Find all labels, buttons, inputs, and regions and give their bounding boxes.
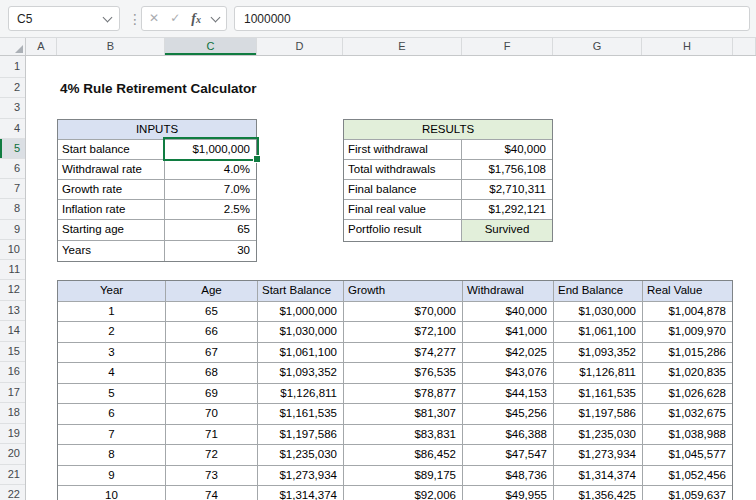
row-header-8[interactable]: 8 (0, 199, 25, 219)
data-cell[interactable]: $1,015,286 (643, 343, 732, 363)
data-cell[interactable]: $1,235,030 (554, 425, 643, 445)
column-header-cell[interactable]: Start Balance (258, 281, 344, 301)
data-cell[interactable]: $1,161,535 (258, 404, 344, 424)
data-cell[interactable]: 74 (166, 486, 258, 500)
column-header-partial[interactable] (733, 38, 756, 55)
chevron-down-icon[interactable] (103, 12, 113, 22)
label-cell[interactable]: Final balance (344, 180, 462, 199)
data-cell[interactable]: 7 (58, 425, 166, 445)
data-cell[interactable]: $1,030,000 (554, 302, 643, 322)
row-header-17[interactable]: 17 (0, 383, 25, 404)
row-header-7[interactable]: 7 (0, 179, 25, 199)
value-cell[interactable]: $1,756,108 (462, 160, 552, 179)
data-cell[interactable]: $43,076 (463, 363, 554, 383)
data-cell[interactable]: $1,059,637 (643, 486, 732, 500)
data-cell[interactable]: $46,388 (463, 425, 554, 445)
column-header-B[interactable]: B (57, 38, 165, 55)
data-cell[interactable]: 5 (58, 384, 166, 404)
data-cell[interactable]: 65 (166, 302, 258, 322)
data-cell[interactable]: 3 (58, 343, 166, 363)
chevron-down-icon[interactable] (211, 12, 221, 22)
row-header-20[interactable]: 20 (0, 444, 25, 465)
formula-input[interactable]: 1000000 (234, 6, 750, 31)
data-cell[interactable]: $45,256 (463, 404, 554, 424)
data-cell[interactable]: $1,314,374 (554, 466, 643, 486)
row-header-21[interactable]: 21 (0, 465, 25, 486)
label-cell[interactable]: Withdrawal rate (58, 160, 165, 179)
data-cell[interactable]: $1,273,934 (258, 466, 344, 486)
row-header-12[interactable]: 12 (0, 280, 25, 301)
data-cell[interactable]: 67 (166, 343, 258, 363)
row-header-1[interactable]: 1 (0, 56, 25, 78)
data-cell[interactable]: $1,197,586 (258, 425, 344, 445)
row-header-9[interactable]: 9 (0, 220, 25, 240)
column-header-A[interactable]: A (26, 38, 57, 55)
data-cell[interactable]: 2 (58, 322, 166, 342)
data-cell[interactable]: $1,126,811 (258, 384, 344, 404)
data-cell[interactable]: $78,877 (344, 384, 463, 404)
sheet-title-cell[interactable]: 4% Rule Retirement Calculator (60, 78, 257, 99)
row-header-19[interactable]: 19 (0, 424, 25, 445)
row-header-13[interactable]: 13 (0, 301, 25, 322)
row-header-3[interactable]: 3 (0, 98, 25, 118)
data-cell[interactable]: $76,535 (344, 363, 463, 383)
data-cell[interactable]: $1,126,811 (554, 363, 643, 383)
data-cell[interactable]: 8 (58, 445, 166, 465)
data-cell[interactable]: $1,061,100 (554, 322, 643, 342)
value-cell[interactable]: 30 (165, 241, 256, 261)
label-cell[interactable]: Inflation rate (58, 200, 165, 219)
row-header-22[interactable]: 22 (0, 485, 25, 500)
column-header-G[interactable]: G (553, 38, 642, 55)
row-header-6[interactable]: 6 (0, 159, 25, 179)
column-header-F[interactable]: F (462, 38, 553, 55)
insert-function-icon[interactable]: fx (191, 7, 201, 31)
data-cell[interactable]: $1,045,577 (643, 445, 732, 465)
data-cell[interactable]: $83,831 (344, 425, 463, 445)
value-cell[interactable]: 7.0% (165, 180, 256, 199)
label-cell[interactable]: Total withdrawals (344, 160, 462, 179)
data-cell[interactable]: 66 (166, 322, 258, 342)
data-cell[interactable]: $1,009,970 (643, 322, 732, 342)
data-cell[interactable]: $1,032,675 (643, 404, 732, 424)
enter-icon[interactable]: ✓ (170, 7, 180, 30)
label-cell[interactable]: Growth rate (58, 180, 165, 199)
column-header-cell[interactable]: Age (166, 281, 258, 301)
table-header-cell[interactable]: INPUTS (58, 120, 256, 139)
column-header-H[interactable]: H (642, 38, 733, 55)
label-cell[interactable]: Final real value (344, 200, 462, 219)
label-cell[interactable]: Portfolio result (344, 220, 462, 240)
data-cell[interactable]: 72 (166, 445, 258, 465)
data-cell[interactable]: $1,026,628 (643, 384, 732, 404)
data-cell[interactable]: $40,000 (463, 302, 554, 322)
data-cell[interactable]: $1,093,352 (554, 343, 643, 363)
row-header-10[interactable]: 10 (0, 240, 25, 260)
column-header-D[interactable]: D (257, 38, 343, 55)
label-cell[interactable]: Start balance (58, 140, 165, 159)
value-cell[interactable]: 4.0% (165, 160, 256, 179)
data-cell[interactable]: $1,004,878 (643, 302, 732, 322)
data-cell[interactable]: $86,452 (344, 445, 463, 465)
data-cell[interactable]: $1,356,425 (554, 486, 643, 500)
row-header-11[interactable]: 11 (0, 260, 25, 280)
data-cell[interactable]: $92,006 (344, 486, 463, 500)
label-cell[interactable]: Years (58, 241, 165, 261)
data-cell[interactable]: $72,100 (344, 322, 463, 342)
value-cell[interactable]: 65 (165, 220, 256, 239)
label-cell[interactable]: Starting age (58, 220, 165, 239)
name-box[interactable]: C5 (8, 6, 120, 31)
row-header-5[interactable]: 5 (0, 139, 25, 159)
data-cell[interactable]: $1,038,988 (643, 425, 732, 445)
data-cell[interactable]: $1,061,100 (258, 343, 344, 363)
data-cell[interactable]: $1,020,835 (643, 363, 732, 383)
row-header-14[interactable]: 14 (0, 321, 25, 342)
data-cell[interactable]: 6 (58, 404, 166, 424)
data-cell[interactable]: $1,030,000 (258, 322, 344, 342)
data-cell[interactable]: 10 (58, 486, 166, 500)
data-cell[interactable]: $70,000 (344, 302, 463, 322)
data-cell[interactable]: $89,175 (344, 466, 463, 486)
data-cell[interactable]: $1,197,586 (554, 404, 643, 424)
row-header-15[interactable]: 15 (0, 342, 25, 363)
column-header-C[interactable]: C (165, 38, 257, 55)
column-header-cell[interactable]: Year (58, 281, 166, 301)
data-cell[interactable]: 9 (58, 466, 166, 486)
